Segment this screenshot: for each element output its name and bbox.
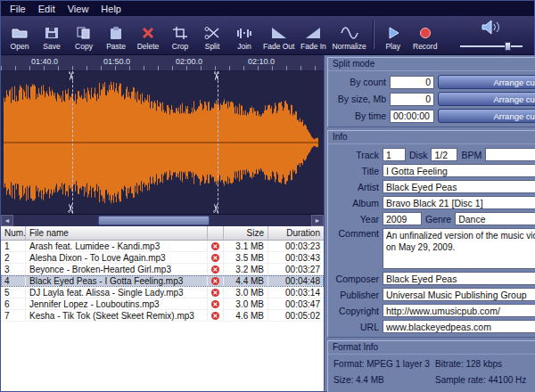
file-row[interactable]: 3 Beyonce - Broken-Hearted Girl.mp3 ✕ 3.… [1,264,324,275]
bitrate-value: Bitrate: 128 kbps [435,359,535,369]
by-time-input[interactable] [390,110,434,123]
album-label: Album [333,198,379,208]
delete-file-icon[interactable]: ✕ [211,289,219,297]
join-icon [235,26,253,40]
header-num[interactable]: Num. [1,226,26,240]
album-input[interactable] [383,196,535,209]
toolbar-separator [373,20,374,49]
copyright-input[interactable] [383,304,535,317]
waveform-canvas[interactable] [1,71,324,214]
fade-out-button[interactable]: Fade Out [260,17,297,53]
app-window: File Edit View Help Open Save Copy Paste… [0,0,535,392]
file-row[interactable]: 4 Black Eyed Peas - I Gotta Feeling.mp3 … [1,275,324,287]
file-row[interactable]: 5 DJ Layla feat. Alissa - Single Lady.mp… [1,287,324,298]
normalize-button[interactable]: Normalize [329,17,368,53]
delete-file-icon[interactable]: ✕ [211,277,219,285]
file-list-header: Num. File name Size Duration [1,226,324,241]
volume-control [455,20,531,51]
fade-in-icon [304,26,322,40]
file-row[interactable]: 2 Alesha Dixon - To Love Again.mp3 ✕ 3.5… [1,252,324,264]
menu-file[interactable]: File [4,3,32,15]
genre-select[interactable]: Dance ▼ [455,212,535,225]
by-size-label: By size, Mb [333,94,386,104]
scroll-right-arrow-icon[interactable]: ► [311,215,324,226]
scissors-icon[interactable]: ✂ [64,71,78,81]
cut-line-1[interactable]: ✂ ✂ [72,71,73,214]
track-input[interactable] [383,148,406,161]
track-label: Track [333,150,379,160]
by-count-input[interactable] [390,76,434,89]
header-duration[interactable]: Duration [268,226,324,240]
composer-label: Composer [333,274,379,284]
copy-button[interactable]: Copy [68,17,100,53]
fade-in-button[interactable]: Fade In [297,17,329,53]
file-num: 6 [1,298,26,309]
waveform-scrollbar[interactable]: ◄ ► [1,214,324,226]
delete-file-icon[interactable]: ✕ [211,254,219,262]
cut-line-2[interactable]: ✂ ✂ [218,71,218,214]
arrange-cut-lines-by-size-button[interactable]: Arrange cut lines [438,92,535,106]
file-name[interactable]: Jennifer Lopez - Louboutins.mp3 [26,298,208,309]
scissors-icon[interactable]: ✂ [210,203,223,213]
composer-input[interactable] [383,272,535,285]
header-file-name[interactable]: File name [26,226,208,240]
record-icon [416,26,434,40]
delete-file-cell: ✕ [208,298,224,309]
delete-file-icon[interactable]: ✕ [211,312,219,320]
by-size-input[interactable] [390,93,434,106]
artist-input[interactable] [383,180,535,193]
arrange-cut-lines-by-time-button[interactable]: Arrange cut lines [438,109,535,123]
scissors-icon[interactable]: ✂ [64,203,78,213]
paste-icon [107,26,125,40]
paste-button[interactable]: Paste [100,17,132,53]
file-name[interactable]: Kesha - Tik Tok (Skeet Skeet Remix).mp3 [26,310,208,321]
bpm-input[interactable] [485,148,535,161]
toolbar: Open Save Copy Paste Delete Crop Split [1,16,534,55]
scrollbar-track[interactable] [13,215,311,226]
disk-input[interactable] [431,148,457,161]
split-button[interactable]: Split [196,17,228,53]
delete-file-icon[interactable]: ✕ [211,265,219,274]
comment-input[interactable]: An unfinalized version of the music vide… [383,228,535,269]
open-button[interactable]: Open [4,17,36,53]
record-button[interactable]: Record [409,17,441,53]
delete-file-icon[interactable]: ✕ [211,300,219,308]
publisher-input[interactable] [383,288,535,301]
info-title: Info [328,131,535,144]
crop-button[interactable]: Crop [164,17,196,53]
url-input[interactable] [383,320,535,333]
delete-file-icon[interactable]: ✕ [211,242,219,250]
menu-help[interactable]: Help [95,3,128,15]
file-name[interactable]: Beyonce - Broken-Hearted Girl.mp3 [26,264,208,274]
year-input[interactable] [383,212,422,225]
file-size: 3.1 MB [224,241,268,251]
save-button[interactable]: Save [36,17,68,53]
file-row[interactable]: 7 Kesha - Tik Tok (Skeet Skeet Remix).mp… [1,310,324,322]
file-name[interactable]: Alesha Dixon - To Love Again.mp3 [26,252,208,263]
play-button[interactable]: Play [377,17,409,53]
scissors-icon[interactable]: ✂ [210,71,223,81]
file-name[interactable]: Arash feat. Lumidee - Kandi.mp3 [26,241,208,251]
sample-rate-value: Sample rate: 44100 Hz [435,375,535,385]
file-row[interactable]: 1 Arash feat. Lumidee - Kandi.mp3 ✕ 3.1 … [1,241,324,252]
waveform-display[interactable]: ✂ ✂ ✂ ✂ [1,71,324,214]
delete-button[interactable]: Delete [132,17,164,53]
timeline-ruler: 01:40.0 01:50.0 02:00.0 02:10.0 [1,55,324,71]
join-button[interactable]: Join [228,17,260,53]
info-panel: Info Track Disk BPM Title [327,130,535,338]
arrange-cut-lines-by-count-button[interactable]: Arrange cut lines [438,75,535,89]
scrollbar-thumb[interactable] [98,216,210,225]
header-size[interactable]: Size [224,226,268,240]
title-input[interactable] [383,164,535,177]
file-name[interactable]: Black Eyed Peas - I Gotta Feeling.mp3 [26,275,208,286]
menu-view[interactable]: View [62,3,95,15]
file-row[interactable]: 6 Jennifer Lopez - Louboutins.mp3 ✕ 3.0 … [1,298,324,310]
file-num: 4 [1,275,26,286]
file-name[interactable]: DJ Layla feat. Alissa - Single Lady.mp3 [26,287,208,298]
file-size: 4.4 MB [224,275,268,286]
volume-thumb[interactable] [505,42,511,51]
size-value: Size: 4.4 MB [333,375,426,385]
menu-edit[interactable]: Edit [32,3,62,15]
volume-slider[interactable] [460,42,523,51]
scroll-left-arrow-icon[interactable]: ◄ [1,215,13,226]
